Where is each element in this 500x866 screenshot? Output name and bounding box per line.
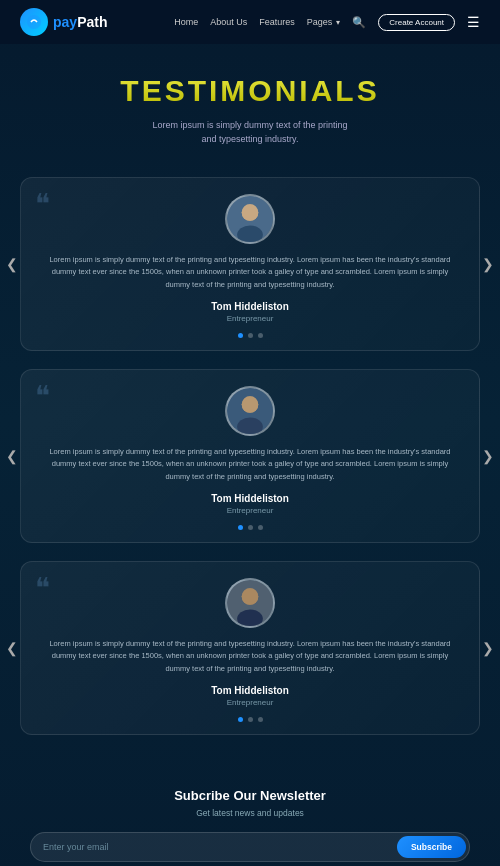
logo-text: payPath xyxy=(53,14,107,30)
nav-pages[interactable]: Pages ▾ xyxy=(307,17,341,27)
card-dots-2 xyxy=(238,525,263,530)
quote-icon-1: ❝ xyxy=(35,190,50,218)
avatar-3 xyxy=(225,578,275,628)
logo[interactable]: payPath xyxy=(20,8,107,36)
testimonials-hero: TESTIMONIALS Lorem ipsum is simply dummy… xyxy=(0,44,500,167)
card-dots-3 xyxy=(238,717,263,722)
next-arrow-1[interactable]: ❯ xyxy=(478,254,498,274)
testimonial-role-2: Entrepreneur xyxy=(227,506,274,515)
dot-3-3[interactable] xyxy=(258,717,263,722)
card-content-2: Lorem ipsum is simply dummy text of the … xyxy=(37,386,463,530)
testimonials-section: ❮ ❝ Lorem ipsum is simply dummy text of … xyxy=(0,167,500,763)
card-dots-1 xyxy=(238,333,263,338)
dot-3-1[interactable] xyxy=(238,717,243,722)
svg-point-7 xyxy=(237,417,263,435)
svg-point-0 xyxy=(27,15,41,29)
testimonial-card-2: ❝ Lorem ipsum is simply dummy text of th… xyxy=(20,369,480,543)
testimonial-name-1: Tom Hiddeliston xyxy=(211,301,289,312)
testimonial-card-wrapper-3: ❮ ❝ Lorem ipsum is simply dummy text of … xyxy=(20,561,480,735)
next-arrow-2[interactable]: ❯ xyxy=(478,446,498,466)
prev-arrow-3[interactable]: ❮ xyxy=(2,638,22,658)
nav-features[interactable]: Features xyxy=(259,17,295,27)
testimonial-name-3: Tom Hiddeliston xyxy=(211,685,289,696)
dot-3-2[interactable] xyxy=(248,717,253,722)
testimonial-role-1: Entrepreneur xyxy=(227,314,274,323)
card-content-3: Lorem ipsum is simply dummy text of the … xyxy=(37,578,463,722)
testimonial-card-wrapper-2: ❮ ❝ Lorem ipsum is simply dummy text of … xyxy=(20,369,480,543)
testimonial-role-3: Entrepreneur xyxy=(227,698,274,707)
svg-point-11 xyxy=(237,609,263,627)
testimonial-name-2: Tom Hiddeliston xyxy=(211,493,289,504)
dot-1-1[interactable] xyxy=(238,333,243,338)
nav-home[interactable]: Home xyxy=(174,17,198,27)
prev-arrow-2[interactable]: ❮ xyxy=(2,446,22,466)
testimonial-text-3: Lorem ipsum is simply dummy text of the … xyxy=(37,638,463,675)
page-title: TESTIMONIALS xyxy=(20,74,480,108)
quote-icon-2: ❝ xyxy=(35,382,50,410)
newsletter-title: Subcribe Our Newsletter xyxy=(30,788,470,803)
dot-2-3[interactable] xyxy=(258,525,263,530)
search-icon[interactable]: 🔍 xyxy=(352,16,366,29)
subscribe-button[interactable]: Subscribe xyxy=(397,836,466,858)
newsletter-section: Subcribe Our Newsletter Get latest news … xyxy=(0,763,500,866)
dot-2-1[interactable] xyxy=(238,525,243,530)
dot-1-2[interactable] xyxy=(248,333,253,338)
email-form: Subscribe xyxy=(30,832,470,862)
svg-point-3 xyxy=(237,225,263,243)
testimonial-card-wrapper-1: ❮ ❝ Lorem ipsum is simply dummy text of … xyxy=(20,177,480,351)
logo-icon xyxy=(20,8,48,36)
testimonial-text-2: Lorem ipsum is simply dummy text of the … xyxy=(37,446,463,483)
dot-2-2[interactable] xyxy=(248,525,253,530)
hamburger-icon[interactable]: ☰ xyxy=(467,14,480,30)
card-content-1: Lorem ipsum is simply dummy text of the … xyxy=(37,194,463,338)
avatar-1 xyxy=(225,194,275,244)
svg-point-12 xyxy=(242,588,259,605)
nav-links: Home About Us Features Pages ▾ 🔍 Create … xyxy=(174,14,480,31)
hero-subtitle: Lorem ipsum is simply dummy text of the … xyxy=(150,118,350,147)
testimonial-card-3: ❝ Lorem ipsum is simply dummy text of th… xyxy=(20,561,480,735)
quote-icon-3: ❝ xyxy=(35,574,50,602)
navbar: payPath Home About Us Features Pages ▾ 🔍… xyxy=(0,0,500,44)
svg-point-4 xyxy=(242,204,259,221)
next-arrow-3[interactable]: ❯ xyxy=(478,638,498,658)
avatar-2 xyxy=(225,386,275,436)
create-account-button[interactable]: Create Account xyxy=(378,14,455,31)
nav-about[interactable]: About Us xyxy=(210,17,247,27)
testimonial-card-1: ❝ Lorem ipsum is simply dummy text of th… xyxy=(20,177,480,351)
prev-arrow-1[interactable]: ❮ xyxy=(2,254,22,274)
email-input[interactable] xyxy=(43,842,397,852)
testimonial-text-1: Lorem ipsum is simply dummy text of the … xyxy=(37,254,463,291)
newsletter-subtitle: Get latest news and updates xyxy=(30,808,470,818)
svg-point-8 xyxy=(242,396,259,413)
dot-1-3[interactable] xyxy=(258,333,263,338)
